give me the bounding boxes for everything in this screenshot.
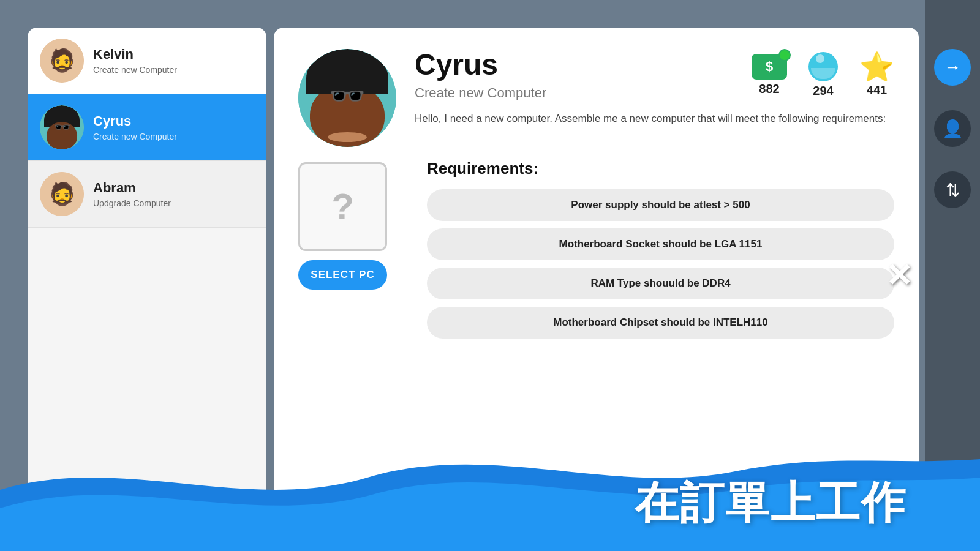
- blue-circle-icon: [809, 52, 838, 81]
- money-value: 882: [759, 82, 779, 96]
- avatar-cyrus-small: 🕶️: [40, 105, 84, 149]
- detail-task: Create new Computer: [415, 85, 546, 101]
- order-item-cyrus[interactable]: 🕶️ Cyrus Create new Computer: [28, 94, 266, 161]
- cyrus-order-text: Cyrus Create new Computer: [93, 113, 254, 141]
- order-item-abram[interactable]: 🧔 Abram Updgrade Computer: [28, 161, 266, 228]
- kelvin-subtask: Create new Computer: [93, 65, 254, 75]
- requirements-title: Requirements:: [427, 159, 894, 178]
- requirement-2: Motherboard Socket should be LGA 1151: [427, 228, 894, 260]
- avatar-abram: 🧔: [40, 172, 84, 216]
- star-icon: ⭐: [859, 53, 894, 81]
- kelvin-order-text: Kelvin Create new Computer: [93, 47, 254, 75]
- avatar-kelvin: 🧔: [40, 39, 84, 83]
- detail-description: Hello, I need a new computer. Assemble m…: [415, 111, 894, 127]
- abram-subtask: Updgrade Computer: [93, 198, 254, 208]
- sidebar-sort-icon[interactable]: ⇅: [934, 171, 971, 208]
- blue-value: 294: [813, 84, 833, 98]
- stat-blue: 294: [809, 52, 838, 98]
- select-pc-button[interactable]: SELECT PC: [298, 260, 387, 290]
- kelvin-name: Kelvin: [93, 47, 254, 62]
- stat-star: ⭐ 441: [859, 53, 894, 97]
- right-sidebar: → 👤 ⇅: [925, 0, 980, 551]
- cyrus-subtask: Create new Computer: [93, 132, 254, 141]
- order-item-kelvin[interactable]: 🧔 Kelvin Create new Computer: [28, 28, 266, 94]
- name-task-block: Cyrus Create new Computer: [415, 49, 546, 111]
- detail-panel: 🕶️ Cyrus Create new Computer: [274, 28, 919, 523]
- pc-selector-area: ? SELECT PC: [298, 162, 387, 290]
- order-list: 🧔 Kelvin Create new Computer 🕶️ Cyrus Cr…: [28, 28, 266, 523]
- cyrus-name: Cyrus: [93, 113, 254, 129]
- header-right: Cyrus Create new Computer $: [415, 49, 894, 127]
- sidebar-arrow-icon[interactable]: →: [934, 49, 971, 86]
- question-mark-icon: ?: [331, 186, 354, 228]
- pc-preview-box: ?: [298, 162, 387, 251]
- sidebar-person-icon[interactable]: 👤: [934, 110, 971, 147]
- stat-money: $ 882: [752, 54, 787, 96]
- avatar-cyrus-large: 🕶️: [298, 49, 396, 147]
- requirement-1: Power supply should be atlest > 500: [427, 189, 894, 221]
- requirement-3: RAM Type shouuld be DDR4: [427, 268, 894, 299]
- stats-row: $ 882 294: [752, 49, 894, 98]
- main-container: 🧔 Kelvin Create new Computer 🕶️ Cyrus Cr…: [28, 28, 919, 523]
- close-button[interactable]: ✕: [886, 260, 913, 291]
- abram-order-text: Abram Updgrade Computer: [93, 180, 254, 208]
- money-icon: $: [752, 54, 787, 80]
- detail-name: Cyrus: [415, 49, 546, 81]
- name-stats-row: Cyrus Create new Computer $: [415, 49, 894, 111]
- requirements-section: Requirements: Power supply should be atl…: [427, 159, 894, 339]
- bottom-text: 在訂單上工作: [635, 474, 907, 533]
- detail-header: 🕶️ Cyrus Create new Computer: [298, 49, 894, 147]
- star-value: 441: [867, 83, 887, 97]
- requirement-4: Motherboard Chipset should be INTELH110: [427, 307, 894, 339]
- abram-name: Abram: [93, 180, 254, 196]
